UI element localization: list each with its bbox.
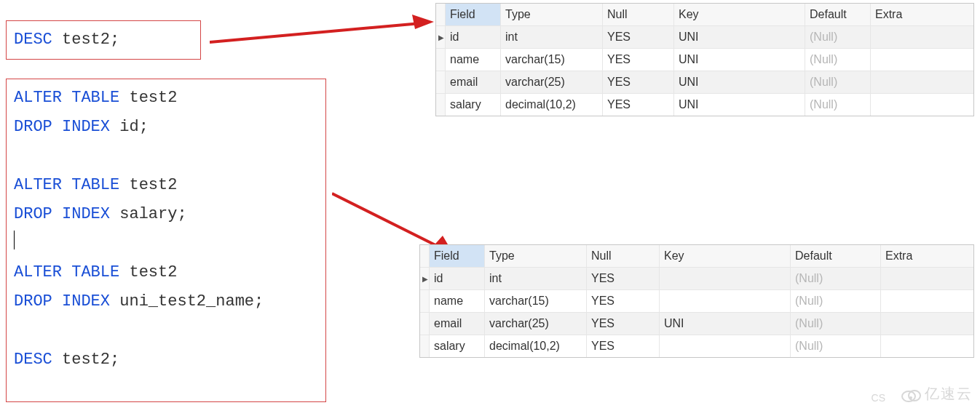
cell-extra — [871, 94, 974, 116]
keyword-table: TABLE — [71, 263, 119, 281]
cell-type: int — [485, 268, 587, 290]
table-row[interactable]: email varchar(25) YES UNI (Null) — [420, 313, 973, 335]
cell-field: id — [430, 268, 485, 290]
cell-field: salary — [430, 335, 485, 358]
col-header-extra[interactable]: Extra — [871, 4, 974, 26]
row-marker — [420, 290, 430, 313]
cell-extra — [871, 26, 974, 49]
row-marker — [436, 49, 446, 71]
cell-key — [660, 335, 791, 358]
ident: test2 — [129, 89, 177, 107]
cell-key — [660, 290, 791, 313]
keyword-alter: ALTER — [14, 263, 62, 281]
cell-key: UNI — [674, 26, 805, 49]
row-marker-current: ▶ — [420, 268, 430, 290]
ident: id; — [119, 118, 149, 136]
cell-type: decimal(10,2) — [485, 335, 587, 358]
col-header-field[interactable]: Field — [446, 4, 501, 26]
result-table-after: Field Type Null Key Default Extra ▶ id i… — [419, 244, 974, 358]
cell-default: (Null) — [791, 335, 881, 358]
cell-type: varchar(15) — [501, 49, 603, 71]
keyword-index: INDEX — [62, 292, 110, 311]
cell-null: YES — [587, 290, 660, 313]
cell-null: YES — [603, 71, 674, 94]
cs-watermark: CS — [872, 392, 885, 404]
table-row[interactable]: ▶ id int YES UNI (Null) — [436, 26, 973, 49]
cell-default: (Null) — [791, 313, 881, 335]
brand-text: 亿速云 — [925, 385, 973, 401]
col-header-default[interactable]: Default — [805, 4, 871, 26]
cell-key — [660, 268, 791, 290]
row-marker — [436, 71, 446, 94]
cell-field: name — [430, 290, 485, 313]
arrow-to-table1 — [210, 13, 434, 57]
cell-type: decimal(10,2) — [501, 94, 603, 116]
cell-type: int — [501, 26, 603, 49]
row-marker-header — [420, 245, 430, 268]
cell-type: varchar(15) — [485, 290, 587, 313]
keyword-index: INDEX — [62, 205, 110, 223]
cell-type: varchar(25) — [501, 71, 603, 94]
row-marker — [436, 94, 446, 116]
cell-default: (Null) — [791, 268, 881, 290]
table-row[interactable]: name varchar(15) YES (Null) — [420, 290, 973, 313]
table-row[interactable]: email varchar(25) YES UNI (Null) — [436, 71, 973, 94]
text-cursor — [14, 231, 15, 249]
cell-extra — [881, 335, 974, 358]
col-header-default[interactable]: Default — [791, 245, 881, 268]
cell-field: name — [446, 49, 501, 71]
svg-line-2 — [332, 193, 440, 247]
ident: test2; — [62, 351, 119, 369]
table-header-row: Field Type Null Key Default Extra — [436, 4, 973, 26]
keyword-table: TABLE — [71, 89, 119, 107]
col-header-null[interactable]: Null — [603, 4, 674, 26]
col-header-type[interactable]: Type — [485, 245, 587, 268]
table-row[interactable]: salary decimal(10,2) YES UNI (Null) — [436, 94, 973, 116]
col-header-extra[interactable]: Extra — [881, 245, 974, 268]
cell-default: (Null) — [805, 26, 871, 49]
keyword-desc: DESC — [14, 351, 52, 369]
col-header-key[interactable]: Key — [660, 245, 791, 268]
ident-test2: test2; — [62, 31, 119, 49]
cell-type: varchar(25) — [485, 313, 587, 335]
cell-field: email — [446, 71, 501, 94]
cell-default: (Null) — [805, 49, 871, 71]
col-header-null[interactable]: Null — [587, 245, 660, 268]
cell-default: (Null) — [805, 94, 871, 116]
keyword-alter: ALTER — [14, 89, 62, 107]
ident: uni_test2_name; — [119, 292, 264, 311]
col-header-key[interactable]: Key — [674, 4, 805, 26]
cell-null: YES — [603, 94, 674, 116]
row-marker-current: ▶ — [436, 26, 446, 49]
svg-point-6 — [909, 396, 912, 399]
col-header-field[interactable]: Field — [430, 245, 485, 268]
keyword-table: TABLE — [71, 176, 119, 194]
cell-key: UNI — [674, 94, 805, 116]
svg-marker-1 — [412, 15, 434, 29]
cell-extra — [871, 49, 974, 71]
ident: test2 — [129, 263, 177, 281]
row-marker — [420, 313, 430, 335]
result-table-before: Field Type Null Key Default Extra ▶ id i… — [435, 3, 974, 116]
cell-key: UNI — [674, 71, 805, 94]
ident: test2 — [129, 176, 177, 194]
cloud-icon — [900, 388, 922, 402]
cell-key: UNI — [674, 49, 805, 71]
keyword-desc: DESC — [14, 31, 52, 49]
row-marker — [420, 335, 430, 358]
cell-default: (Null) — [805, 71, 871, 94]
keyword-drop: DROP — [14, 292, 52, 311]
table-grid: Field Type Null Key Default Extra ▶ id i… — [420, 245, 973, 357]
table-row[interactable]: ▶ id int YES (Null) — [420, 268, 973, 290]
col-header-type[interactable]: Type — [501, 4, 603, 26]
cell-key: UNI — [660, 313, 791, 335]
table-grid: Field Type Null Key Default Extra ▶ id i… — [436, 4, 973, 116]
keyword-drop: DROP — [14, 205, 52, 223]
cell-field: salary — [446, 94, 501, 116]
table-row[interactable]: salary decimal(10,2) YES (Null) — [420, 335, 973, 358]
cell-default: (Null) — [791, 290, 881, 313]
sql-snippet-alter-block: ALTER TABLE test2 DROP INDEX id; ALTER T… — [6, 79, 326, 402]
table-row[interactable]: name varchar(15) YES UNI (Null) — [436, 49, 973, 71]
keyword-drop: DROP — [14, 118, 52, 136]
cell-null: YES — [587, 335, 660, 358]
